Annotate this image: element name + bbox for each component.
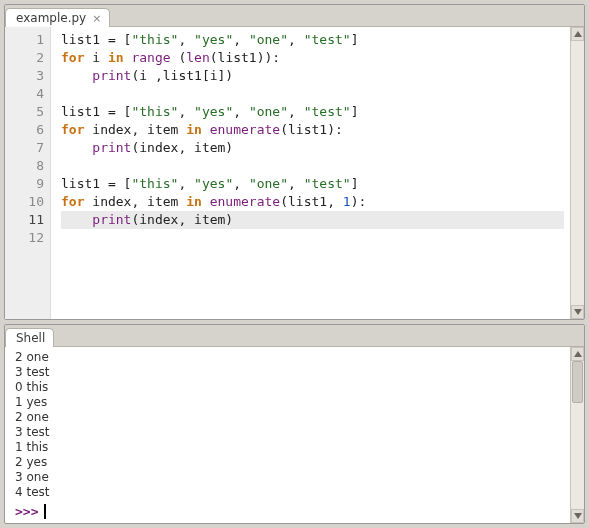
shell-output-line: 3 one [15, 470, 564, 485]
line-number: 10 [11, 193, 44, 211]
line-number: 7 [11, 139, 44, 157]
code-line[interactable] [61, 85, 564, 103]
scroll-down-icon[interactable] [571, 509, 584, 523]
code-content[interactable]: list1 = ["this", "yes", "one", "test"]fo… [51, 27, 570, 319]
line-number: 9 [11, 175, 44, 193]
shell-output-line: 0 this [15, 380, 564, 395]
line-number: 1 [11, 31, 44, 49]
code-line[interactable]: list1 = ["this", "yes", "one", "test"] [61, 31, 564, 49]
close-icon[interactable]: × [92, 13, 101, 24]
line-number: 2 [11, 49, 44, 67]
editor-tab-example[interactable]: example.py × [5, 8, 110, 27]
code-line[interactable]: for index, item in enumerate(list1, 1): [61, 193, 564, 211]
code-line[interactable]: print(index, item) [61, 139, 564, 157]
scroll-track[interactable] [571, 361, 584, 509]
shell-output-line: 2 one [15, 350, 564, 365]
code-line[interactable]: print(i ,list1[i]) [61, 67, 564, 85]
line-number: 5 [11, 103, 44, 121]
line-number: 12 [11, 229, 44, 247]
code-area[interactable]: 123456789101112 list1 = ["this", "yes", … [5, 27, 584, 319]
editor-tabbar: example.py × [5, 5, 584, 27]
shell-body[interactable]: 2 one3 test0 this1 yes2 one3 test1 this2… [5, 347, 584, 523]
code-line[interactable]: for i in range (len(list1)): [61, 49, 564, 67]
shell-tab[interactable]: Shell [5, 328, 54, 347]
scroll-track[interactable] [571, 41, 584, 305]
line-number: 3 [11, 67, 44, 85]
svg-marker-2 [574, 351, 582, 357]
svg-marker-1 [574, 309, 582, 315]
line-number-gutter: 123456789101112 [5, 27, 51, 319]
editor-tab-label: example.py [16, 11, 86, 25]
editor-panel: example.py × 123456789101112 list1 = ["t… [4, 4, 585, 320]
shell-prompt-row[interactable]: >>> [15, 504, 564, 519]
shell-panel: Shell 2 one3 test0 this1 yes2 one3 test1… [4, 324, 585, 524]
line-number: 11 [11, 211, 44, 229]
shell-output-line: 1 yes [15, 395, 564, 410]
code-line[interactable]: for index, item in enumerate(list1): [61, 121, 564, 139]
shell-output: 2 one3 test0 this1 yes2 one3 test1 this2… [5, 347, 570, 523]
editor-scrollbar[interactable] [570, 27, 584, 319]
cursor-icon [44, 504, 46, 519]
svg-marker-0 [574, 31, 582, 37]
line-number: 4 [11, 85, 44, 103]
scroll-down-icon[interactable] [571, 305, 584, 319]
line-number: 6 [11, 121, 44, 139]
shell-scrollbar[interactable] [570, 347, 584, 523]
code-line[interactable] [61, 157, 564, 175]
shell-output-line: 2 yes [15, 455, 564, 470]
svg-marker-3 [574, 513, 582, 519]
shell-output-line: 1 this [15, 440, 564, 455]
shell-output-line: 2 one [15, 410, 564, 425]
shell-output-line: 3 test [15, 365, 564, 380]
shell-output-line: 3 test [15, 425, 564, 440]
shell-prompt: >>> [15, 504, 38, 519]
shell-output-line: 4 test [15, 485, 564, 500]
code-line[interactable]: print(index, item) [61, 211, 564, 229]
code-line[interactable] [61, 229, 564, 247]
scroll-up-icon[interactable] [571, 27, 584, 41]
shell-tabbar: Shell [5, 325, 584, 347]
code-line[interactable]: list1 = ["this", "yes", "one", "test"] [61, 103, 564, 121]
line-number: 8 [11, 157, 44, 175]
scroll-thumb[interactable] [572, 361, 583, 403]
scroll-up-icon[interactable] [571, 347, 584, 361]
code-line[interactable]: list1 = ["this", "yes", "one", "test"] [61, 175, 564, 193]
shell-tab-label: Shell [16, 331, 45, 345]
